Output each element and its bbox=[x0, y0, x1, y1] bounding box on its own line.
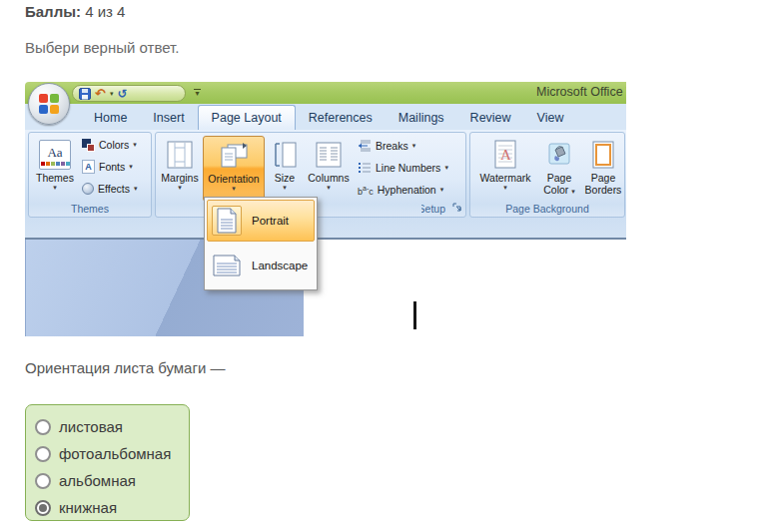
answer-option[interactable]: альбомная bbox=[35, 468, 181, 493]
page-color-label: Page Color bbox=[543, 172, 571, 196]
dropdown-arrow-icon: ▾ bbox=[327, 184, 331, 192]
watermark-label: Watermark bbox=[480, 172, 531, 184]
tab-home[interactable]: Home bbox=[81, 106, 140, 130]
office-logo-icon bbox=[37, 92, 61, 116]
dropdown-arrow-icon: ▾ bbox=[440, 186, 444, 194]
radio-button[interactable] bbox=[35, 500, 51, 516]
qat-customize-button[interactable]: ▾ bbox=[192, 88, 203, 99]
margins-button[interactable]: Margins ▾ bbox=[158, 136, 202, 202]
text-caret bbox=[413, 301, 416, 329]
score-value: 4 из 4 bbox=[85, 3, 125, 20]
page-borders-label: Page Borders bbox=[581, 172, 625, 196]
tab-review[interactable]: Review bbox=[457, 106, 524, 130]
page-borders-button[interactable]: Page Borders bbox=[582, 136, 624, 202]
columns-icon bbox=[315, 141, 343, 169]
page-borders-icon bbox=[592, 141, 614, 169]
dropdown-arrow-icon: ▾ bbox=[571, 188, 575, 195]
size-button[interactable]: Size ▾ bbox=[268, 136, 302, 202]
theme-fonts-icon: A bbox=[82, 160, 95, 174]
tab-insert[interactable]: Insert bbox=[140, 106, 197, 130]
radio-button[interactable] bbox=[35, 446, 51, 462]
radio-button[interactable] bbox=[35, 473, 51, 489]
ribbon: Aa Themes ▾ Colors ▾ bbox=[25, 130, 626, 240]
page-color-icon bbox=[547, 142, 571, 168]
landscape-page-icon bbox=[213, 255, 241, 276]
quick-access-toolbar: ↶ ▾ ↺ bbox=[72, 85, 186, 102]
window-title: Microsoft Office W bbox=[536, 85, 626, 99]
redo-icon[interactable]: ↺ bbox=[117, 88, 127, 100]
save-icon[interactable] bbox=[79, 88, 91, 100]
menu-item-portrait[interactable]: Portrait bbox=[207, 200, 315, 242]
theme-effects-icon bbox=[82, 183, 94, 195]
theme-colors-icon bbox=[82, 139, 95, 152]
themes-button[interactable]: Aa Themes ▾ bbox=[32, 136, 78, 202]
landscape-icon-box bbox=[212, 251, 242, 280]
tab-mailings[interactable]: Mailings bbox=[386, 106, 457, 130]
tab-page-layout[interactable]: Page Layout bbox=[198, 105, 296, 130]
undo-dropdown-arrow-icon[interactable]: ▾ bbox=[110, 90, 114, 98]
theme-colors-button[interactable]: Colors ▾ bbox=[82, 135, 137, 155]
answer-option[interactable]: фотоальбомная bbox=[35, 441, 181, 466]
orientation-button[interactable]: Orientation ▾ bbox=[203, 136, 265, 202]
hyphenation-icon: ba-c bbox=[358, 184, 374, 197]
hyphenation-label: Hyphenation bbox=[378, 184, 436, 196]
dropdown-arrow-icon: ▾ bbox=[412, 142, 416, 150]
undo-icon[interactable]: ↶ bbox=[95, 87, 106, 100]
dropdown-arrow-icon: ▾ bbox=[503, 184, 507, 192]
theme-effects-button[interactable]: Effects ▾ bbox=[82, 179, 137, 199]
quiz-page: Баллы: 4 из 4 Выбери верный ответ. Micro… bbox=[0, 0, 781, 532]
answer-option-label: книжная bbox=[59, 499, 117, 516]
orientation-label: Orientation bbox=[208, 173, 259, 185]
orientation-dropdown-menu: Portrait Landscape bbox=[204, 197, 318, 290]
tab-view[interactable]: View bbox=[524, 106, 577, 130]
answer-options-box: листовая фотоальбомная альбомная книжная bbox=[25, 404, 190, 521]
page-setup-group-label: Page Setup bbox=[421, 203, 445, 215]
line-numbers-label: Line Numbers bbox=[376, 162, 440, 174]
page-background-group: A Watermark ▾ bbox=[469, 132, 625, 218]
page-setup-dialog-launcher[interactable] bbox=[451, 202, 463, 214]
tab-references[interactable]: References bbox=[296, 106, 386, 130]
dropdown-arrow-icon: ▾ bbox=[134, 185, 138, 193]
columns-button[interactable]: Columns ▾ bbox=[306, 136, 352, 202]
theme-effects-label: Effects bbox=[98, 183, 130, 195]
size-icon bbox=[272, 141, 298, 169]
portrait-label: Portrait bbox=[252, 215, 289, 227]
dropdown-arrow-icon: ▾ bbox=[283, 184, 287, 192]
columns-label: Columns bbox=[308, 172, 349, 184]
menu-item-landscape[interactable]: Landscape bbox=[206, 243, 316, 288]
size-label: Size bbox=[275, 172, 295, 184]
dropdown-arrow-icon: ▾ bbox=[444, 164, 448, 172]
page-color-button[interactable]: Page Color ▾ bbox=[538, 136, 580, 202]
ribbon-tab-bar: Home Insert Page Layout References Maili… bbox=[25, 104, 626, 130]
answer-option-label: фотоальбомная bbox=[59, 445, 171, 462]
score-line: Баллы: 4 из 4 bbox=[25, 3, 125, 20]
page-background-group-label: Page Background bbox=[470, 203, 624, 215]
margins-label: Margins bbox=[161, 172, 198, 184]
line-numbers-button[interactable]: Line Numbers ▾ bbox=[358, 158, 448, 178]
dropdown-arrow-icon: ▾ bbox=[178, 184, 182, 192]
radio-button[interactable] bbox=[35, 419, 51, 435]
office-button[interactable] bbox=[28, 83, 70, 125]
landscape-label: Landscape bbox=[252, 260, 308, 271]
dropdown-arrow-icon: ▾ bbox=[53, 184, 57, 192]
theme-fonts-button[interactable]: A Fonts ▾ bbox=[82, 157, 133, 177]
breaks-button[interactable]: Breaks ▾ bbox=[358, 136, 415, 156]
score-label: Баллы: bbox=[25, 3, 81, 20]
dropdown-arrow-icon: ▾ bbox=[133, 141, 137, 149]
watermark-button[interactable]: A Watermark ▾ bbox=[474, 136, 536, 202]
watermark-icon: A bbox=[493, 140, 517, 170]
answer-option-label: альбомная bbox=[59, 472, 136, 489]
hyphenation-button[interactable]: ba-c Hyphenation ▾ bbox=[358, 180, 443, 200]
breaks-label: Breaks bbox=[376, 140, 408, 152]
line-numbers-icon bbox=[358, 161, 372, 175]
svg-text:A: A bbox=[500, 147, 511, 163]
breaks-icon bbox=[358, 139, 372, 153]
themes-group-label: Themes bbox=[29, 203, 151, 215]
answer-option[interactable]: книжная bbox=[35, 495, 181, 520]
answer-option[interactable]: листовая bbox=[35, 414, 181, 439]
question-text: Ориентация листа бумаги — bbox=[25, 359, 225, 376]
themes-group: Aa Themes ▾ Colors ▾ bbox=[28, 132, 152, 218]
portrait-icon-box bbox=[212, 206, 242, 236]
orientation-icon bbox=[219, 142, 249, 170]
theme-fonts-label: Fonts bbox=[99, 161, 125, 173]
